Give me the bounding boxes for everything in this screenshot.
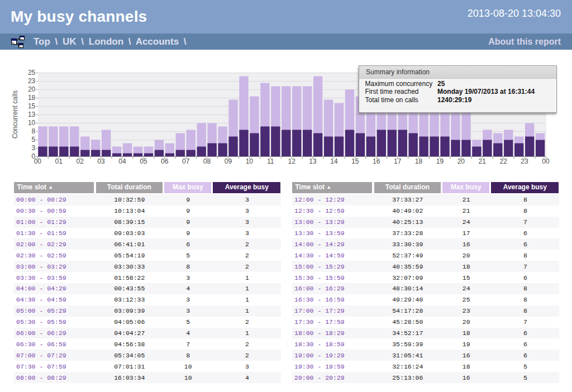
svg-text:20: 20 — [28, 85, 36, 93]
svg-text:18: 18 — [415, 157, 423, 165]
svg-text:00: 00 — [34, 157, 42, 165]
svg-text:20: 20 — [457, 157, 465, 165]
svg-text:08: 08 — [203, 157, 211, 165]
svg-text:17: 17 — [394, 157, 402, 165]
svg-text:02: 02 — [76, 157, 84, 165]
svg-text:21: 21 — [479, 157, 487, 165]
svg-text:18: 18 — [28, 94, 36, 102]
svg-text:12: 12 — [288, 157, 295, 165]
svg-text:10: 10 — [246, 157, 254, 165]
svg-text:19: 19 — [436, 157, 444, 165]
svg-text:01: 01 — [55, 157, 63, 165]
svg-text:04: 04 — [118, 157, 126, 165]
svg-text:5: 5 — [32, 136, 36, 144]
svg-text:07: 07 — [182, 157, 190, 165]
svg-text:13: 13 — [309, 157, 317, 165]
svg-text:11: 11 — [267, 157, 274, 165]
svg-text:25: 25 — [28, 69, 36, 77]
svg-text:23: 23 — [521, 157, 528, 165]
svg-text:3: 3 — [32, 144, 36, 152]
svg-text:00: 00 — [542, 157, 550, 165]
svg-text:15: 15 — [351, 157, 359, 165]
svg-text:05: 05 — [140, 157, 147, 165]
svg-text:Concurrent calls: Concurrent calls — [11, 90, 19, 139]
svg-text:09: 09 — [225, 157, 232, 165]
svg-text:06: 06 — [161, 157, 169, 165]
svg-text:22: 22 — [499, 157, 507, 165]
svg-text:03: 03 — [97, 157, 105, 165]
svg-text:8: 8 — [32, 127, 36, 135]
svg-text:16: 16 — [373, 157, 380, 165]
svg-text:13: 13 — [28, 111, 36, 118]
svg-text:10: 10 — [28, 119, 36, 127]
svg-text:15: 15 — [28, 102, 36, 110]
svg-text:14: 14 — [330, 157, 338, 165]
svg-text:23: 23 — [28, 77, 36, 85]
